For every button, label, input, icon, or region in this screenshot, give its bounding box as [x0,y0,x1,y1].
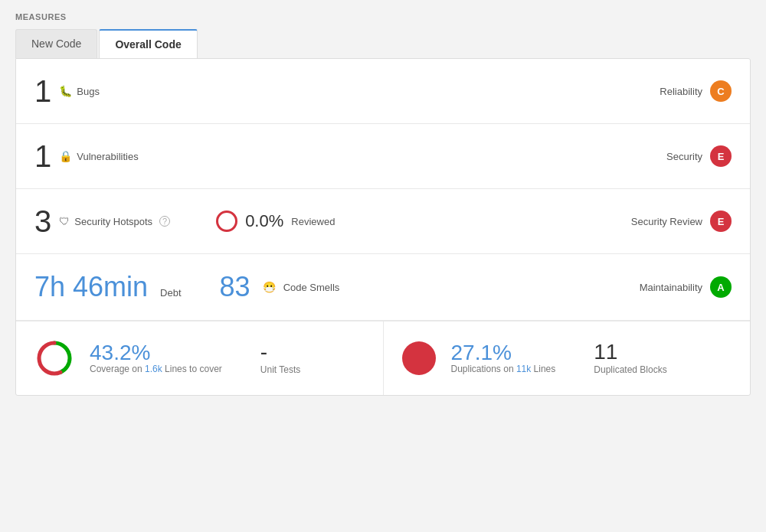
maintainability-label: Maintainability [640,282,702,293]
debt-rating: Maintainability A [640,276,732,298]
bugs-label-group: 🐛 Bugs [59,85,100,97]
lock-icon: 🔒 [59,150,72,162]
dup-blocks-section: 11 Duplicated Blocks [594,341,666,375]
security-badge: E [710,145,732,167]
bugs-count[interactable]: 1 [34,76,51,106]
duplications-panel: 27.1% Duplications on 11k Lines 11 Dupli… [384,321,751,395]
vuln-label: Vulnerabilities [77,151,138,162]
duplication-dot-icon [402,341,436,375]
hotspot-rating: Security Review E [631,211,732,232]
security-review-label: Security Review [631,216,702,227]
hotspot-metric-main: 3 🛡 Security Hotspots ? 0.0% Reviewed [34,206,631,237]
hotspot-label: Security Hotspots [74,216,152,227]
vuln-count[interactable]: 1 [34,141,51,171]
unit-tests-label: Unit Tests [260,364,300,375]
bugs-rating: Reliability C [660,80,732,102]
debt-label: Debt [160,287,181,299]
measures-heading: MEASURES [15,12,751,21]
hotspot-help-icon[interactable]: ? [159,216,170,227]
shield-icon: 🛡 [59,215,70,227]
coverage-pct[interactable]: 43.2% [90,342,222,364]
duplications-stats: 27.1% Duplications on 11k Lines [451,342,556,374]
debt-value-group: 7h 46min Debt [34,271,182,303]
hotspot-content: 3 🛡 Security Hotspots ? 0.0% Reviewed [34,206,631,237]
vuln-rating: Security E [666,145,732,167]
bug-icon: 🐛 [59,85,72,97]
coverage-stats: 43.2% Coverage on 1.6k Lines to cover [90,342,222,374]
reviewed-circle-icon [216,211,237,232]
debt-mid-section: 83 😷 Code Smells [220,271,340,303]
bugs-row: 1 🐛 Bugs Reliability C [16,59,750,124]
vulnerabilities-row: 1 🔒 Vulnerabilities Security E [16,124,750,189]
tab-new-code[interactable]: New Code [15,29,97,58]
bottom-panels: 43.2% Coverage on 1.6k Lines to cover - … [16,321,750,395]
duplications-pct[interactable]: 27.1% [451,342,556,364]
debt-content: 7h 46min Debt 83 😷 Code Smells [34,271,640,303]
reviewed-label: Reviewed [291,216,335,227]
duplications-lines-link[interactable]: 11k [516,364,531,374]
smells-label: Code Smells [283,282,340,293]
duplications-sub: Duplications on 11k Lines [451,364,556,374]
hotspot-count[interactable]: 3 [34,206,51,237]
smells-count[interactable]: 83 [220,271,250,303]
content-area: 1 🐛 Bugs Reliability C 1 🔒 Vulnerabiliti… [15,58,751,396]
coverage-sub: Coverage on 1.6k Lines to cover [90,364,222,374]
reliability-badge: C [710,80,732,102]
security-label: Security [666,151,702,162]
coverage-lines-link[interactable]: 1.6k [145,364,162,374]
tabs: New Code Overall Code [15,29,751,58]
vuln-label-group: 🔒 Vulnerabilities [59,150,138,162]
dup-blocks-count: 11 [594,341,666,363]
reliability-label: Reliability [660,86,702,97]
coverage-panel: 43.2% Coverage on 1.6k Lines to cover - … [16,321,384,395]
security-review-badge: E [710,211,732,232]
bugs-metric-main: 1 🐛 Bugs [34,76,660,106]
hotspot-reviewed: 0.0% Reviewed [216,211,335,232]
vuln-metric-main: 1 🔒 Vulnerabilities [34,141,666,171]
tab-overall-code[interactable]: Overall Code [99,29,197,58]
debt-value[interactable]: 7h 46min [34,271,148,303]
hotspots-row: 3 🛡 Security Hotspots ? 0.0% Reviewed Se… [16,189,750,254]
unit-tests-value: - [260,341,300,363]
maintainability-badge: A [710,276,732,298]
unit-tests-section: - Unit Tests [260,341,300,375]
bugs-label: Bugs [77,86,100,97]
reviewed-pct: 0.0% [245,211,283,231]
coverage-donut [34,338,74,378]
dup-blocks-label: Duplicated Blocks [594,364,666,375]
hotspot-label-group: 🛡 Security Hotspots ? [59,215,170,227]
page-container: MEASURES New Code Overall Code 1 🐛 Bugs … [0,0,766,532]
smell-icon: 😷 [263,281,276,293]
debt-row: 7h 46min Debt 83 😷 Code Smells Maintaina… [16,254,750,321]
